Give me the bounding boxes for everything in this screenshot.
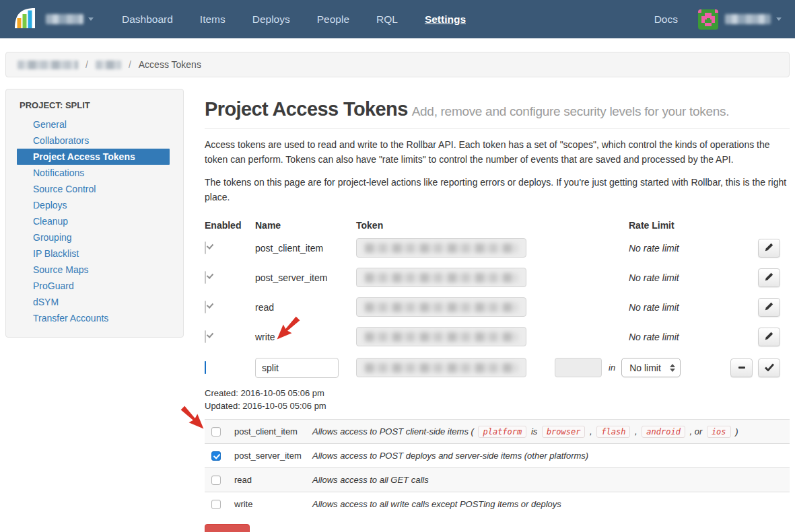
page-subtitle: Add, remove and configure security level… xyxy=(412,104,730,118)
token-field[interactable] xyxy=(356,238,526,258)
new-token-name-cell xyxy=(255,358,356,378)
token-row: post_server_item No rate limit xyxy=(205,263,790,293)
enabled-checkbox[interactable] xyxy=(205,271,206,284)
breadcrumb-project-link-blurred[interactable] xyxy=(96,61,121,69)
blurred-token-value xyxy=(365,332,518,342)
rate-window-value: No limit xyxy=(629,363,661,373)
sidebar-item[interactable]: General xyxy=(17,116,170,132)
project-selector[interactable] xyxy=(46,14,94,24)
scope-description: Allows access to all write calls except … xyxy=(312,499,561,509)
scope-row: post_server_item Allows access to POST d… xyxy=(205,443,790,467)
intro-paragraph-2: The tokens on this page are for project-… xyxy=(205,176,790,204)
nav-link[interactable]: Deploys xyxy=(239,9,304,30)
edit-button[interactable] xyxy=(758,268,780,287)
pencil-icon xyxy=(765,301,773,313)
platform-code-badge: platform xyxy=(478,426,526,438)
token-cell xyxy=(356,268,555,287)
scope-description: Allows access to all GET calls xyxy=(312,475,429,485)
sidebar-item[interactable]: ProGuard xyxy=(17,278,170,294)
scope-checkbox[interactable] xyxy=(211,500,221,509)
chevron-down-icon xyxy=(88,17,94,21)
token-field[interactable] xyxy=(356,268,526,287)
confirm-row-button[interactable] xyxy=(758,358,780,377)
sidebar-header: PROJECT: SPLIT xyxy=(6,99,183,116)
rate-window-select[interactable]: No limit xyxy=(621,358,681,377)
scope-name: post_client_item xyxy=(234,426,302,436)
token-field[interactable] xyxy=(356,297,526,317)
nav-link[interactable]: Settings xyxy=(411,9,479,30)
remove-row-button[interactable] xyxy=(730,358,753,377)
user-menu[interactable] xyxy=(725,14,782,24)
scope-checkbox[interactable] xyxy=(211,427,221,436)
rate-in-label: in xyxy=(609,363,615,373)
enabled-cell xyxy=(205,272,255,284)
sidebar-item[interactable]: Source Control xyxy=(17,181,170,197)
platform-code-badge: browser xyxy=(542,426,586,438)
rate-limit-text: No rate limit xyxy=(629,332,679,342)
intro-paragraph-1: Access tokens are used to read and write… xyxy=(205,138,790,167)
nav-link[interactable]: People xyxy=(304,9,363,30)
header-token: Token xyxy=(356,220,555,231)
new-token-enabled-checkbox[interactable] xyxy=(205,361,206,374)
sidebar-item[interactable]: Collaborators xyxy=(17,132,170,149)
header-enabled: Enabled xyxy=(205,220,255,231)
edit-button[interactable] xyxy=(758,328,780,346)
row-actions xyxy=(758,328,790,346)
created-text: Created: 2016-10-05 05:06 pm xyxy=(205,387,790,400)
avatar[interactable] xyxy=(698,9,718,30)
rate-limit-text: No rate limit xyxy=(629,272,679,283)
row-actions xyxy=(758,298,790,317)
nav-link[interactable]: Items xyxy=(186,9,239,30)
enabled-checkbox[interactable] xyxy=(205,301,206,313)
breadcrumb-account-link-blurred[interactable] xyxy=(18,61,78,69)
sidebar-item[interactable]: IP Blacklist xyxy=(17,245,170,262)
breadcrumb-separator: / xyxy=(85,59,88,70)
token-field[interactable] xyxy=(356,327,526,346)
breadcrumb: / / Access Tokens xyxy=(5,52,790,77)
rate-limit-cell: No rate limit xyxy=(555,302,758,313)
edit-button[interactable] xyxy=(758,239,780,258)
sidebar-item[interactable]: Notifications xyxy=(17,165,170,181)
row-actions xyxy=(758,239,790,258)
page-layout: PROJECT: SPLIT General Collaborators Pro… xyxy=(0,89,795,532)
sidebar-item[interactable]: Grouping xyxy=(17,229,170,245)
token-field[interactable] xyxy=(356,358,526,377)
blurred-token-value xyxy=(365,273,518,282)
enabled-checkbox[interactable] xyxy=(205,241,206,254)
rollbar-logo-icon xyxy=(13,7,36,32)
new-token-name-input[interactable] xyxy=(255,358,339,378)
page-title: Project Access TokensAdd, remove and con… xyxy=(205,98,790,120)
rollbar-logo[interactable] xyxy=(13,7,36,32)
scope-checkbox[interactable] xyxy=(211,476,221,485)
blurred-token-value xyxy=(365,243,518,253)
edit-button[interactable] xyxy=(758,298,780,317)
rate-limit-input[interactable] xyxy=(555,358,602,377)
enabled-cell xyxy=(205,301,255,313)
header-rate-limit: Rate Limit xyxy=(555,220,790,231)
sidebar-item[interactable]: Cleanup xyxy=(17,213,170,229)
pencil-icon xyxy=(765,242,773,254)
sidebar-item[interactable]: Project Access Tokens xyxy=(17,149,170,165)
docs-link[interactable]: Docs xyxy=(642,9,690,30)
sidebar-item[interactable]: Transfer Accounts xyxy=(17,310,170,326)
sidebar-item[interactable]: Deploys xyxy=(17,197,170,213)
updated-text: Updated: 2016-10-05 05:06 pm xyxy=(205,400,790,413)
enabled-cell xyxy=(205,242,255,254)
scope-name: write xyxy=(234,499,302,509)
nav-link[interactable]: RQL xyxy=(363,9,411,30)
page-title-text: Project Access Tokens xyxy=(205,98,408,120)
token-table-header: Enabled Name Token Rate Limit xyxy=(205,217,790,233)
token-cell xyxy=(356,238,555,258)
header-name: Name xyxy=(255,220,356,231)
sidebar-item[interactable]: dSYM xyxy=(17,294,170,310)
scope-checkbox[interactable] xyxy=(211,451,221,461)
delete-button[interactable]: Delete xyxy=(205,524,250,532)
scope-description: Allows access to POST deploys and server… xyxy=(312,451,588,461)
token-row: post_client_item No rate limit xyxy=(205,233,790,263)
scope-name: read xyxy=(234,475,302,485)
sidebar-item[interactable]: Source Maps xyxy=(17,262,170,278)
divider xyxy=(205,128,790,129)
minus-icon xyxy=(738,367,745,369)
enabled-checkbox[interactable] xyxy=(205,330,206,343)
nav-link[interactable]: Dashboard xyxy=(108,9,186,30)
